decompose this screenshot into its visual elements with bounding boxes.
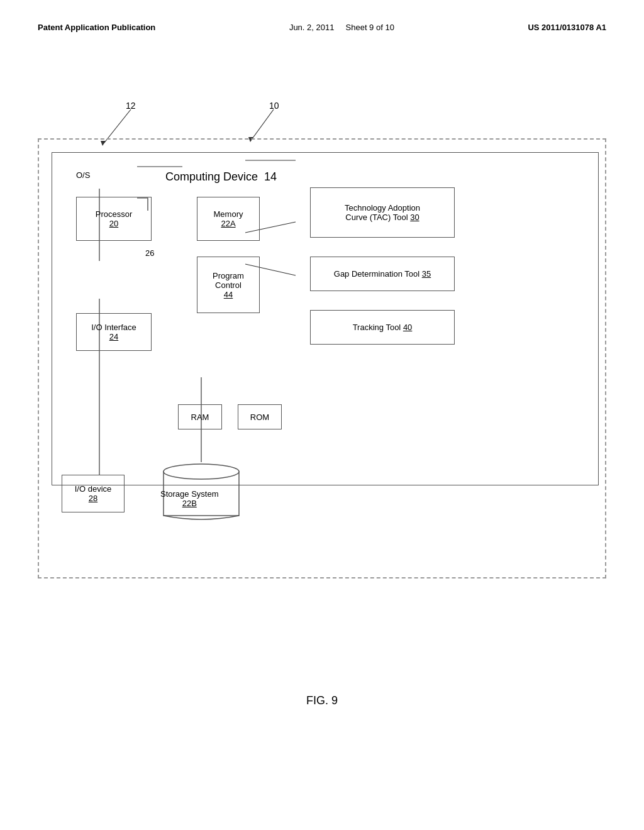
- diagram-container: 12 10: [38, 101, 606, 591]
- storage-num: 22B: [182, 499, 197, 508]
- tracking-num: 40: [403, 323, 412, 332]
- tac-line2: Curve (TAC) Tool 30: [345, 213, 419, 222]
- ram-label: RAM: [191, 412, 209, 422]
- io-device-box: I/O device 28: [62, 475, 125, 512]
- rom-box: ROM: [238, 404, 282, 429]
- header: Patent Application Publication Jun. 2, 2…: [38, 23, 606, 32]
- tracking-label: Tracking Tool: [353, 323, 401, 332]
- gap-label: Gap Determination Tool: [334, 269, 419, 279]
- processor-label: Processor: [96, 209, 133, 219]
- svg-line-2: [252, 109, 274, 140]
- memory-box: Memory 22A: [197, 197, 260, 241]
- outer-dashed-box: O/S Computing Device 14 Processor 20 26 …: [38, 138, 606, 578]
- os-label: O/S: [76, 170, 90, 180]
- ram-box: RAM: [178, 404, 222, 429]
- header-patent-num: US 2011/0131078 A1: [528, 23, 606, 32]
- tac-tool-box: Technology Adoption Curve (TAC) Tool 30: [310, 187, 455, 238]
- io-device-label: I/O device: [75, 484, 112, 494]
- io-interface-box: I/O Interface 24: [76, 313, 152, 351]
- header-date: Jun. 2, 2011: [289, 23, 335, 32]
- tac-line1: Technology Adoption: [345, 203, 420, 213]
- processor-box: Processor 20: [76, 197, 152, 241]
- io-device-num: 28: [89, 494, 97, 503]
- program-line2: Control: [215, 280, 242, 290]
- gap-num: 35: [422, 269, 431, 279]
- header-date-sheet: Jun. 2, 2011 Sheet 9 of 10: [289, 23, 394, 32]
- svg-point-12: [164, 464, 239, 479]
- tac-num: 30: [410, 213, 419, 222]
- figure-caption: FIG. 9: [306, 694, 338, 707]
- processor-num: 20: [109, 219, 118, 228]
- header-sheet: Sheet 9 of 10: [346, 23, 394, 32]
- io-interface-label: I/O Interface: [91, 323, 136, 332]
- label-26: 26: [145, 248, 154, 258]
- rom-label: ROM: [250, 412, 269, 422]
- storage-line1: Storage System: [160, 489, 219, 499]
- storage-label: Storage System 22B: [160, 489, 219, 508]
- program-num: 44: [224, 290, 233, 299]
- computing-device-box: O/S Computing Device 14 Processor 20 26 …: [52, 152, 599, 485]
- page: Patent Application Publication Jun. 2, 2…: [0, 0, 644, 830]
- program-control-box: Program Control 44: [197, 257, 260, 313]
- program-line1: Program: [213, 271, 244, 280]
- label-12: 12: [126, 101, 136, 111]
- computing-device-num: 14: [264, 170, 277, 183]
- tracking-tool-box: Tracking Tool 40: [310, 310, 455, 345]
- computing-device-title: Computing Device 14: [165, 170, 277, 184]
- io-interface-num: 24: [109, 332, 118, 341]
- gap-tool-box: Gap Determination Tool 35: [310, 257, 455, 291]
- memory-num: 22A: [221, 219, 235, 228]
- label-10: 10: [269, 101, 279, 111]
- memory-label: Memory: [214, 209, 243, 219]
- header-publication: Patent Application Publication: [38, 23, 155, 32]
